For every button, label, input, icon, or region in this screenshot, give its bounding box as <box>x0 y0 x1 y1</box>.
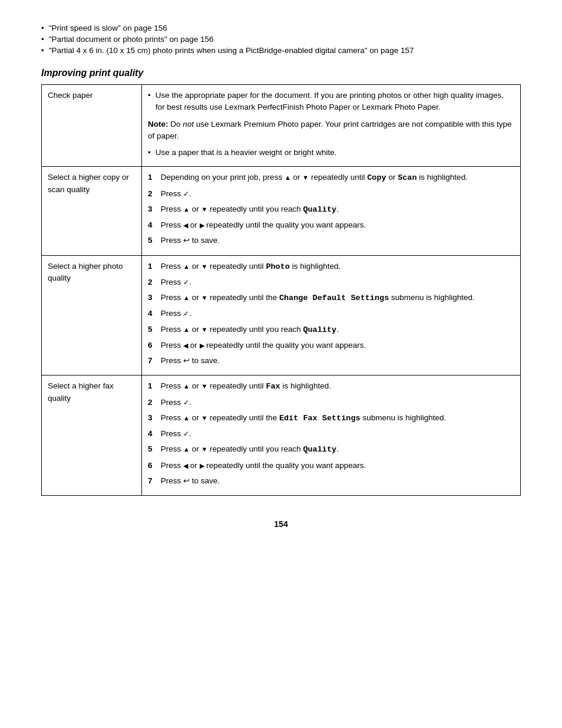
bullet-2: "Partial document or photo prints" on pa… <box>41 35 521 44</box>
table-row-photo: Select a higher photo quality 1 Press or… <box>42 255 521 375</box>
copy-scan-step-1: 1 Depending on your print job, press or … <box>148 172 514 184</box>
fax-step-1: 1 Press or repeatedly until Fax is highl… <box>148 380 514 393</box>
label-photo: Select a higher photo quality <box>42 255 142 375</box>
check-paper-bullet-1: Use the appropriate paper for the docume… <box>148 90 514 114</box>
label-copy-scan: Select a higher copy or scan quality <box>42 167 142 255</box>
content-fax: 1 Press or repeatedly until Fax is highl… <box>142 375 521 496</box>
fax-step-4: 4 Press . <box>148 428 514 440</box>
photo-step-7: 7 Press to save. <box>148 355 514 367</box>
table-row-fax: Select a higher fax quality 1 Press or r… <box>42 375 521 496</box>
photo-step-5: 5 Press or repeatedly until you reach Qu… <box>148 324 514 336</box>
photo-step-3: 3 Press or repeatedly until the Change D… <box>148 292 514 304</box>
page-number: 154 <box>41 519 521 529</box>
fax-step-5: 5 Press or repeatedly until you reach Qu… <box>148 443 514 456</box>
check-paper-bullet-2: Use a paper that is a heavier weight or … <box>148 147 514 159</box>
photo-step-1: 1 Press or repeatedly until Photo is hig… <box>148 261 514 273</box>
photo-step-4: 4 Press . <box>148 308 514 319</box>
bullet-3: "Partial 4 x 6 in. (10 x 15 cm) photo pr… <box>41 46 521 55</box>
check-paper-note: Note: Do not use Lexmark Premium Photo p… <box>148 118 514 143</box>
content-photo: 1 Press or repeatedly until Photo is hig… <box>142 255 521 375</box>
copy-scan-step-4: 4 Press or repeatedly until the quality … <box>148 219 514 231</box>
copy-scan-step-5: 5 Press to save. <box>148 235 514 246</box>
fax-step-6: 6 Press or repeatedly until the quality … <box>148 460 514 472</box>
section-title: Improving print quality <box>41 68 521 78</box>
fax-step-3: 3 Press or repeatedly until the Edit Fax… <box>148 412 514 424</box>
bullet-1: "Print speed is slow" on page 156 <box>41 24 521 32</box>
content-check-paper: Use the appropriate paper for the docume… <box>142 85 521 167</box>
label-fax: Select a higher fax quality <box>42 375 142 496</box>
fax-step-7: 7 Press to save. <box>148 475 514 487</box>
intro-bullets: "Print speed is slow" on page 156 "Parti… <box>41 24 521 55</box>
label-check-paper: Check paper <box>42 85 142 167</box>
photo-step-2: 2 Press . <box>148 276 514 288</box>
table-row-copy-scan: Select a higher copy or scan quality 1 D… <box>42 167 521 255</box>
fax-step-2: 2 Press . <box>148 397 514 409</box>
copy-scan-step-2: 2 Press . <box>148 188 514 200</box>
content-copy-scan: 1 Depending on your print job, press or … <box>142 167 521 255</box>
copy-scan-step-3: 3 Press or repeatedly until you reach Qu… <box>148 203 514 216</box>
improving-print-quality-table: Check paper Use the appropriate paper fo… <box>41 84 521 496</box>
table-row-check-paper: Check paper Use the appropriate paper fo… <box>42 85 521 167</box>
photo-step-6: 6 Press or repeatedly until the quality … <box>148 340 514 351</box>
